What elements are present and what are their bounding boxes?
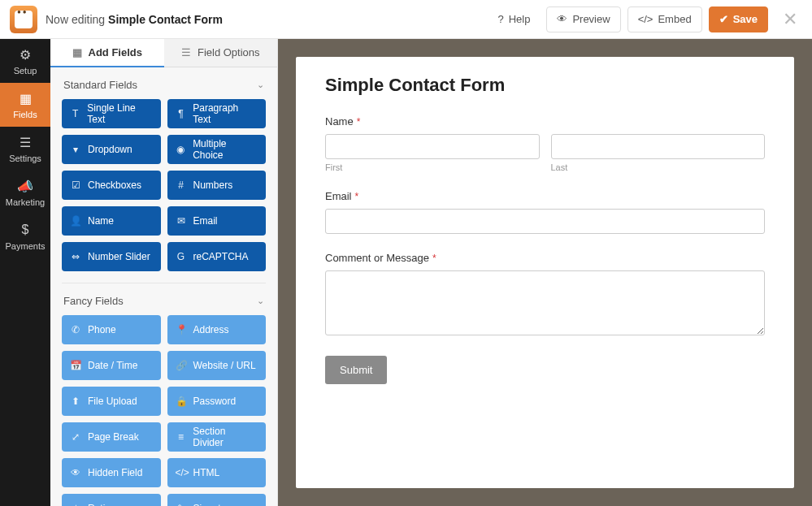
number-slider-icon: ⇔ <box>70 251 81 262</box>
field-label: Address <box>193 324 229 335</box>
field-hidden-field[interactable]: 👁Hidden Field <box>62 458 161 487</box>
nav-payments[interactable]: $ Payments <box>0 214 50 258</box>
first-sublabel: First <box>325 162 540 172</box>
field-numbers[interactable]: #Numbers <box>167 171 267 200</box>
embed-button[interactable]: </> Embed <box>627 6 702 32</box>
field-label: Phone <box>88 324 116 335</box>
first-name-input[interactable] <box>325 134 540 159</box>
field-label: Single Line Text <box>87 102 152 125</box>
field-label: Section Divider <box>193 426 258 448</box>
field-multiple-choice[interactable]: ◉Multiple Choice <box>167 135 267 164</box>
now-editing-label: Now editing Simple Contact Form <box>46 13 223 26</box>
chevron-down-icon: ⌄ <box>257 296 264 306</box>
preview-button[interactable]: 👁 Preview <box>546 6 620 32</box>
fields-sidebar: ▦ Add Fields ☰ Field Options Standard Fi… <box>50 39 278 506</box>
field-label: Page Break <box>88 431 139 443</box>
field-name[interactable]: 👤Name <box>62 206 161 236</box>
tab-field-options[interactable]: ☰ Field Options <box>164 39 278 67</box>
main-nav: ⚙ Setup ▦ Fields ☰ Settings 📣 Marketing … <box>0 39 50 506</box>
field-single-line-text[interactable]: TSingle Line Text <box>62 99 161 128</box>
field-name[interactable]: Name* First Last <box>325 115 765 172</box>
field-signature[interactable]: ✎Signature <box>167 494 267 506</box>
signature-icon: ✎ <box>176 503 187 506</box>
field-dropdown[interactable]: ▾Dropdown <box>62 135 161 164</box>
hidden-field-icon: 👁 <box>70 467 81 478</box>
tab-add-fields[interactable]: ▦ Add Fields <box>50 39 164 67</box>
field-label: Signature <box>193 503 235 506</box>
field-label: HTML <box>193 467 220 478</box>
field-label: Rating <box>88 503 116 506</box>
sliders-icon: ☰ <box>181 46 191 58</box>
field-file-upload[interactable]: ⬆File Upload <box>62 387 161 416</box>
field-label: File Upload <box>88 396 137 407</box>
sliders-icon: ☰ <box>16 134 34 150</box>
field-label: Name <box>88 215 114 227</box>
help-icon: ? <box>497 13 503 25</box>
field-number-slider[interactable]: ⇔Number Slider <box>62 242 161 271</box>
rating-icon: ★ <box>70 503 81 506</box>
html-icon: </> <box>176 467 187 478</box>
last-name-input[interactable] <box>551 134 766 159</box>
layout-icon: ▦ <box>72 46 82 58</box>
comment-label: Comment or Message* <box>325 252 765 264</box>
last-sublabel: Last <box>551 162 766 172</box>
code-icon: </> <box>638 13 654 25</box>
topbar: Now editing Simple Contact Form ? Help 👁… <box>0 0 812 39</box>
comment-textarea[interactable] <box>325 270 765 335</box>
field-section-divider[interactable]: ≡Section Divider <box>167 422 267 452</box>
field-label: Paragraph Text <box>193 102 258 125</box>
close-icon[interactable]: ✕ <box>778 9 802 30</box>
field-html[interactable]: </>HTML <box>167 458 267 487</box>
nav-setup[interactable]: ⚙ Setup <box>0 39 50 83</box>
field-password[interactable]: 🔒Password <box>167 387 267 416</box>
field-rating[interactable]: ★Rating <box>62 494 161 506</box>
sidebar-tabs: ▦ Add Fields ☰ Field Options <box>50 39 277 67</box>
field-email[interactable]: Email* <box>325 190 765 234</box>
form-title: Simple Contact Form <box>325 75 765 96</box>
recaptcha-icon: G <box>176 251 187 262</box>
field-label: Number Slider <box>88 251 150 262</box>
form-canvas: Simple Contact Form Name* First Last <box>278 39 812 506</box>
checkboxes-icon: ☑ <box>70 179 81 191</box>
field-label: Hidden Field <box>88 467 142 478</box>
page-break-icon: ⤢ <box>70 431 81 443</box>
field-label: Dropdown <box>88 144 132 155</box>
file-upload-icon: ⬆ <box>70 396 81 407</box>
field-address[interactable]: 📍Address <box>167 315 267 344</box>
section-fancy-fields[interactable]: Fancy Fields ⌄ <box>62 283 266 315</box>
nav-settings[interactable]: ☰ Settings <box>0 127 50 171</box>
section-divider-icon: ≡ <box>176 431 187 443</box>
field-website-url[interactable]: 🔗Website / URL <box>167 351 267 380</box>
name-icon: 👤 <box>70 215 81 227</box>
nav-marketing[interactable]: 📣 Marketing <box>0 171 50 214</box>
email-label: Email* <box>325 190 765 202</box>
field-date-time[interactable]: 📅Date / Time <box>62 351 161 380</box>
name-label: Name* <box>325 115 765 128</box>
help-button[interactable]: ? Help <box>488 6 540 32</box>
field-recaptcha[interactable]: GreCAPTCHA <box>167 242 267 271</box>
dollar-icon: $ <box>16 222 34 238</box>
section-standard-fields[interactable]: Standard Fields ⌄ <box>62 67 266 99</box>
megaphone-icon: 📣 <box>16 178 34 194</box>
save-button[interactable]: ✔ Save <box>709 6 768 32</box>
date-time-icon: 📅 <box>70 360 81 371</box>
form-card: Simple Contact Form Name* First Last <box>296 57 794 488</box>
field-label: reCAPTCHA <box>193 251 249 262</box>
submit-button[interactable]: Submit <box>325 356 387 384</box>
field-page-break[interactable]: ⤢Page Break <box>62 422 161 452</box>
field-checkboxes[interactable]: ☑Checkboxes <box>62 171 161 200</box>
field-paragraph-text[interactable]: ¶Paragraph Text <box>167 99 267 128</box>
dropdown-icon: ▾ <box>70 144 81 155</box>
eye-icon: 👁 <box>557 13 567 25</box>
form-name: Simple Contact Form <box>108 13 223 26</box>
email-input[interactable] <box>325 209 765 234</box>
grid-icon: ▦ <box>16 90 34 106</box>
chevron-down-icon: ⌄ <box>257 80 264 90</box>
phone-icon: ✆ <box>70 324 81 335</box>
field-email[interactable]: ✉Email <box>167 206 267 236</box>
wpforms-logo <box>10 6 37 33</box>
website-url-icon: 🔗 <box>176 360 187 371</box>
nav-fields[interactable]: ▦ Fields <box>0 83 50 127</box>
field-comment[interactable]: Comment or Message* <box>325 252 765 338</box>
field-phone[interactable]: ✆Phone <box>62 315 161 344</box>
